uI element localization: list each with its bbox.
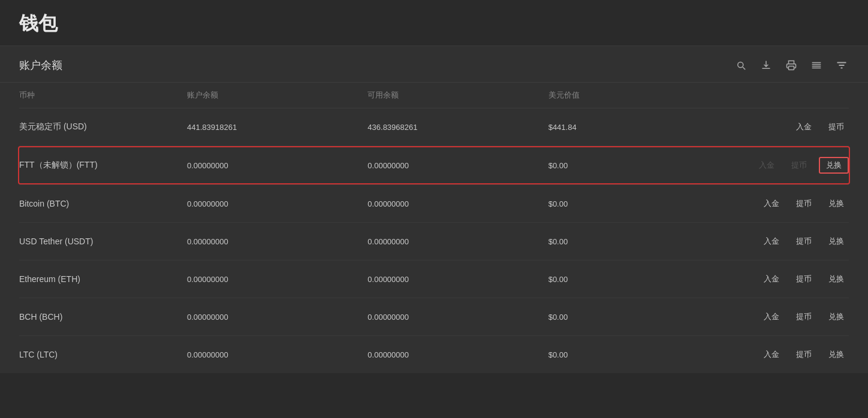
toolbar-icons xyxy=(734,58,849,72)
currency-name: Bitcoin (BTC) xyxy=(19,199,187,208)
filter-icon[interactable] xyxy=(834,58,849,72)
exchange-button[interactable]: 兑换 xyxy=(824,234,849,249)
actions-cell: 入金 提币 兑换 xyxy=(729,196,849,211)
actions-cell: 入金 提币 兑换 xyxy=(729,157,849,174)
page-header: 钱包 xyxy=(0,0,868,46)
available-balance-value: 0.00000000 xyxy=(367,237,548,246)
table-container: 币种 账户余额 可用余额 美元价值 美元稳定币 (USD) 441.839182… xyxy=(0,83,868,373)
exchange-button[interactable]: 兑换 xyxy=(824,271,849,287)
actions-cell: 入金 提币 兑换 xyxy=(729,309,849,325)
section-title: 账户余额 xyxy=(19,58,62,72)
currency-name: BCH (BCH) xyxy=(19,312,187,322)
svg-rect-0 xyxy=(789,66,794,70)
usd-value: $0.00 xyxy=(548,313,729,322)
available-balance-value: 0.00000000 xyxy=(367,313,548,322)
currency-name: FTT（未解锁）(FTT) xyxy=(19,160,187,171)
available-balance-value: 0.00000000 xyxy=(367,350,548,359)
usd-value: $0.00 xyxy=(548,199,729,208)
col-header-actions xyxy=(729,90,849,101)
currency-name: LTC (LTC) xyxy=(19,350,187,359)
deposit-button[interactable]: 入金 xyxy=(759,196,784,211)
available-balance-value: 436.83968261 xyxy=(367,123,548,132)
account-balance-value: 0.00000000 xyxy=(187,237,367,246)
table-row: Ethereum (ETH) 0.00000000 0.00000000 $0.… xyxy=(19,261,849,298)
usd-value: $0.00 xyxy=(548,275,729,284)
deposit-button[interactable]: 入金 xyxy=(791,119,816,135)
deposit-button[interactable]: 入金 xyxy=(759,309,784,325)
withdraw-button[interactable]: 提币 xyxy=(791,347,816,362)
withdraw-button[interactable]: 提币 xyxy=(791,309,816,325)
exchange-button[interactable]: 兑换 xyxy=(824,309,849,325)
download-icon[interactable] xyxy=(759,58,773,72)
account-balance-value: 0.00000000 xyxy=(187,161,367,170)
deposit-button[interactable]: 入金 xyxy=(759,234,784,249)
account-balance-value: 441.83918261 xyxy=(187,123,367,132)
table-row: BCH (BCH) 0.00000000 0.00000000 $0.00 入金… xyxy=(19,298,849,336)
table-row: 美元稳定币 (USD) 441.83918261 436.83968261 $4… xyxy=(19,108,849,146)
table-row: Bitcoin (BTC) 0.00000000 0.00000000 $0.0… xyxy=(19,185,849,223)
actions-cell: 入金 提币 兑换 xyxy=(729,347,849,362)
withdraw-button[interactable]: 提币 xyxy=(791,196,816,211)
table-row-ftt: FTT（未解锁）(FTT) 0.00000000 0.00000000 $0.0… xyxy=(19,146,849,185)
deposit-button[interactable]: 入金 xyxy=(759,271,784,287)
table-row: USD Tether (USDT) 0.00000000 0.00000000 … xyxy=(19,223,849,261)
withdraw-button[interactable]: 提币 xyxy=(824,119,849,135)
account-balance-value: 0.00000000 xyxy=(187,313,367,322)
exchange-button[interactable]: 兑换 xyxy=(824,196,849,211)
exchange-button-outlined[interactable]: 兑换 xyxy=(819,157,849,174)
section-header: 账户余额 xyxy=(0,46,868,83)
page-title: 钱包 xyxy=(19,11,849,37)
available-balance-value: 0.00000000 xyxy=(367,161,548,170)
table-header: 币种 账户余额 可用余额 美元价值 xyxy=(19,83,849,108)
currency-name: Ethereum (ETH) xyxy=(19,274,187,284)
actions-cell: 入金 提币 xyxy=(729,119,849,135)
available-balance-value: 0.00000000 xyxy=(367,199,548,208)
search-icon[interactable] xyxy=(734,58,748,72)
usd-value: $441.84 xyxy=(548,123,729,132)
usd-value: $0.00 xyxy=(548,237,729,246)
withdraw-button[interactable]: 提币 xyxy=(791,271,816,287)
print-icon[interactable] xyxy=(784,58,798,72)
currency-name: USD Tether (USDT) xyxy=(19,237,187,246)
usd-value: $0.00 xyxy=(548,350,729,359)
usd-value: $0.00 xyxy=(548,161,729,170)
deposit-button[interactable]: 入金 xyxy=(759,347,784,362)
account-balance-value: 0.00000000 xyxy=(187,199,367,208)
columns-icon[interactable] xyxy=(809,58,824,72)
withdraw-button[interactable]: 提币 xyxy=(791,234,816,249)
account-balance-value: 0.00000000 xyxy=(187,350,367,359)
available-balance-value: 0.00000000 xyxy=(367,275,548,284)
table-row: LTC (LTC) 0.00000000 0.00000000 $0.00 入金… xyxy=(19,336,849,373)
main-content: 账户余额 xyxy=(0,46,868,373)
col-header-currency: 币种 xyxy=(19,90,187,101)
deposit-button-disabled: 入金 xyxy=(754,157,779,173)
account-balance-value: 0.00000000 xyxy=(187,275,367,284)
col-header-available-balance: 可用余额 xyxy=(367,90,548,101)
actions-cell: 入金 提币 兑换 xyxy=(729,234,849,249)
actions-cell: 入金 提币 兑换 xyxy=(729,271,849,287)
col-header-account-balance: 账户余额 xyxy=(187,90,367,101)
exchange-button[interactable]: 兑换 xyxy=(824,347,849,362)
withdraw-button-disabled: 提币 xyxy=(786,157,812,173)
col-header-usd-value: 美元价值 xyxy=(548,90,729,101)
currency-name: 美元稳定币 (USD) xyxy=(19,122,187,132)
